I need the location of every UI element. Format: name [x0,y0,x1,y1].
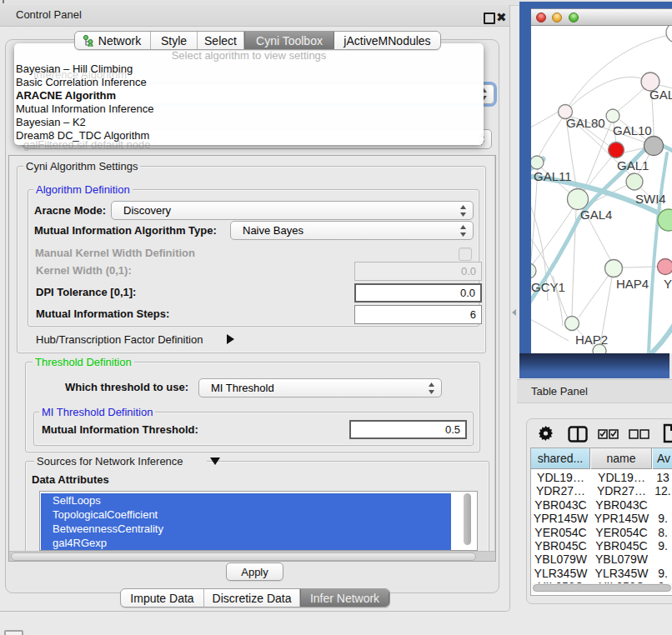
tab-jactivemnodules[interactable]: jActiveMNodules [334,32,440,49]
apply-button[interactable]: Apply [226,562,283,581]
minimize-traffic-light-button[interactable] [552,12,562,22]
network-edge-thick[interactable] [648,324,672,353]
mi-steps-field[interactable]: 6 [354,305,482,324]
control-panel-titlebar[interactable]: Control Panel ✖ [0,5,509,27]
network-node-grey[interactable] [644,137,664,156]
table-cell[interactable]: 13 [653,471,672,484]
column-header-partial[interactable]: Av [653,448,672,469]
gear-icon[interactable] [539,426,553,441]
network-node-SWI4[interactable] [626,173,643,190]
vertical-scrollbar[interactable] [494,156,496,551]
table-horizontal-scrollbar-thumb[interactable] [533,584,671,592]
popup-item[interactable]: Bayesian – K2 [16,116,86,129]
popup-item[interactable]: Mutual Information Inference [16,102,153,116]
table-cell[interactable]: YBL079W [591,552,652,566]
popup-item[interactable]: Dream8 DC_TDC Algorithm [16,129,149,142]
table-cell[interactable]: 9. [653,512,672,525]
table-cell[interactable]: YPR145W [531,512,590,525]
table-cell[interactable]: YDR27… [531,484,590,498]
network-edge[interactable] [531,112,559,129]
popup-item[interactable]: Bayesian – Hill Climbing [16,62,133,76]
network-view-canvas[interactable]: GAL2GAL80GAL10GAL1SWI4GAL11GAL4HAP4YGCY1… [531,26,672,353]
network-edge[interactable] [531,208,573,266]
list-scrollbar-thumb[interactable] [464,493,471,545]
tab-infer-network[interactable]: Infer Network [300,589,389,607]
close-traffic-light-button[interactable] [536,12,546,22]
table-cell[interactable]: YBR043C [591,498,652,512]
table-cell[interactable]: YDL19… [531,471,590,484]
network-window-titlebar[interactable] [531,8,672,26]
network-node-Y-node[interactable] [658,259,672,275]
table-cell[interactable]: YBL079W [531,552,590,566]
mi-threshold-field[interactable]: 0.5 [349,420,467,439]
network-window-frame[interactable] [519,2,531,378]
unchecked-columns-icon[interactable] [629,429,649,439]
tab-cyni-toolbox[interactable]: Cyni Toolbox [244,32,334,49]
float-window-button[interactable] [484,12,495,24]
horizontal-scrollbar-thumb[interactable] [11,552,476,561]
network-edge-thick[interactable] [649,153,667,352]
table-cell[interactable]: YER054C [531,526,590,539]
popup-item[interactable]: ARACNE Algorithm [16,89,116,102]
mi-algorithm-type-combobox[interactable]: Naive Bayes [230,221,474,240]
network-edge[interactable] [568,77,650,109]
hub-definition-label[interactable]: Hub/Transcription Factor Definition [36,333,203,346]
popup-item[interactable]: Basic Correlation Inference [16,76,147,89]
dpi-tolerance-field[interactable]: 0.0 [354,283,482,302]
table-cell[interactable]: 9. [653,567,672,580]
close-panel-button[interactable]: ✖ [496,10,507,25]
table-horizontal-scrollbar[interactable] [532,583,672,592]
node-attribute-table[interactable]: shared... name Av YDL19…YDL19…13YDR27…YD… [530,448,672,596]
table-cell[interactable]: 12. [653,484,672,498]
table-cell[interactable]: 9. [653,539,672,552]
column-header-name[interactable]: name [591,448,652,469]
collapse-arrow-icon[interactable] [210,458,220,465]
network-graph[interactable]: GAL2GAL80GAL10GAL1SWI4GAL11GAL4HAP4YGCY1… [531,26,672,353]
network-node-GAL11[interactable] [531,156,544,169]
data-attributes-list[interactable]: SelfLoopsTopologicalCoefficientBetweenne… [39,491,478,551]
table-cell[interactable]: YER054C [591,526,652,539]
table-cell[interactable]: YDL19… [591,471,652,484]
table-cell[interactable]: 8. [653,526,672,539]
table-cell[interactable]: YBR045C [591,539,652,552]
network-node-HAP2[interactable] [565,317,579,331]
expand-arrow-icon[interactable] [227,334,234,344]
column-header-shared-name[interactable]: shared... [531,448,590,469]
document-icon[interactable] [663,423,672,443]
tab-style[interactable]: Style [151,32,198,49]
split-pane-icon[interactable] [568,426,588,442]
network-node-GAL4[interactable] [568,189,589,210]
network-node-top-right[interactable] [666,26,672,42]
tab-select[interactable]: Select [198,32,244,49]
network-node-bottom[interactable] [593,344,606,353]
table-cell[interactable]: YBR043C [531,498,590,512]
tab-impute-data[interactable]: Impute Data [121,589,204,607]
which-threshold-combobox[interactable]: MI Threshold [198,378,442,398]
network-edge[interactable] [531,318,569,341]
network-edge[interactable] [539,118,563,157]
collapsed-panel-button[interactable] [4,630,23,635]
aracne-mode-combobox[interactable]: Discovery [111,201,474,220]
network-node-GAL1[interactable] [609,142,624,158]
kernel-width-field[interactable]: 0.0 [354,262,482,281]
tab-network[interactable]: Network [75,32,151,49]
network-window-frame[interactable] [519,353,669,378]
table-panel-titlebar[interactable]: Table Panel [517,379,672,403]
table-cell[interactable]: YBR045C [531,539,590,552]
zoom-traffic-light-button[interactable] [569,12,579,22]
table-cell[interactable]: YLR345W [531,567,590,580]
tab-discretize-data[interactable]: Discretize Data [204,589,300,607]
attribute-list-item[interactable]: BetweennessCentrality [41,522,451,536]
table-cell[interactable]: YLR345W [591,567,652,580]
network-node-HAP4[interactable] [605,260,623,278]
table-cell[interactable]: YDR27… [591,484,652,498]
network-node-GAL10[interactable] [606,109,619,122]
manual-kernel-width-checkbox[interactable] [459,248,472,261]
checked-columns-icon[interactable] [598,429,619,439]
splitter-handle-icon[interactable] [512,309,516,316]
network-edge[interactable] [579,275,609,318]
attribute-list-item[interactable]: TopologicalCoefficient [41,508,451,522]
table-cell[interactable]: YPR145W [591,512,652,525]
attribute-list-item[interactable]: gal4RGexp [41,536,451,550]
attribute-list-item[interactable]: SelfLoops [41,493,451,508]
